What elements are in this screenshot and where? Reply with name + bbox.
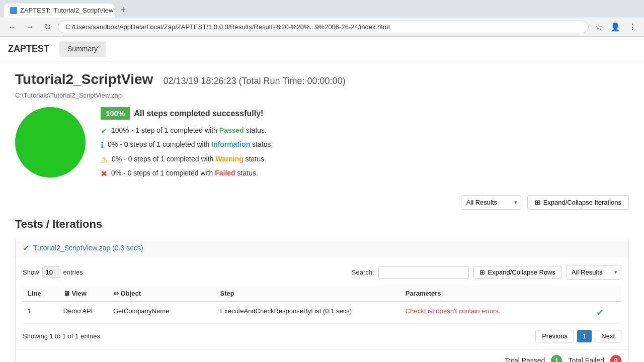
view-header-icon: 🖥 xyxy=(63,290,70,297)
warning-text: 0% - 0 steps of 1 completed with Warning… xyxy=(112,154,266,164)
main-content: Tutorial2_ScriptView 02/13/19 18:26:23 (… xyxy=(0,61,644,362)
tab-title: ZAPTEST: 'Tutorial2_ScriptView' xyxy=(20,7,115,14)
table-wrapper: Show 10 25 50 100 entries Search: xyxy=(16,258,628,349)
total-passed-badge: 1 xyxy=(551,355,562,362)
expand-rows-label: Expand/Collapse Rows xyxy=(488,268,555,276)
expand-collapse-rows-button[interactable]: ⊞ Expand/Collapse Rows xyxy=(473,266,562,279)
total-failed-label: Total Failed xyxy=(568,356,604,362)
completion-message: All steps completed successfully! xyxy=(134,109,263,118)
cell-object: GetCompanyName xyxy=(108,302,215,324)
show-label: Show xyxy=(23,268,39,276)
next-button[interactable]: Next xyxy=(595,330,621,342)
col-header-step: Step xyxy=(215,286,400,302)
cell-step: ExecuteAndCheckResponseByList (0.1 secs) xyxy=(215,302,400,324)
col-header-parameters: Parameters xyxy=(400,286,579,302)
status-list: ✔ 100% - 1 step of 1 completed with Pass… xyxy=(101,126,629,180)
tab-bar: ZAPTEST: 'Tutorial2_ScriptView' ✕ + xyxy=(0,0,644,18)
completion-text: 100% All steps completed successfully! xyxy=(101,107,629,120)
browser-chrome: ZAPTEST: 'Tutorial2_ScriptView' ✕ + ← → … xyxy=(0,0,644,37)
table-controls: Show 10 25 50 100 entries Search: xyxy=(23,265,621,280)
address-bar: ← → ↻ ☆ 👤 ⋮ xyxy=(0,18,644,36)
total-failed-badge: 0 xyxy=(610,355,621,362)
entries-select[interactable]: 10 25 50 100 xyxy=(42,266,60,278)
entries-label: entries xyxy=(63,268,83,276)
new-tab-button[interactable]: + xyxy=(117,3,130,18)
failed-label: Failed xyxy=(215,169,235,177)
percent-badge: 100% xyxy=(101,107,130,120)
failed-text: 0% - 0 steps of 1 completed with Failed … xyxy=(111,168,258,178)
summary-details: 100% All steps completed successfully! ✔… xyxy=(101,107,629,183)
showing-text: Showing 1 to 1 of 1 entries xyxy=(23,332,100,340)
results-table: Line 🖥 View ⇔ Object Step Parameters xyxy=(23,286,621,324)
search-input[interactable] xyxy=(378,266,469,279)
iteration-link[interactable]: Tutorial2_ScriptView.zap (0.3 secs) xyxy=(33,244,143,252)
account-icon[interactable]: 👤 xyxy=(608,21,623,33)
warning-label: Warning xyxy=(215,155,243,163)
pie-chart xyxy=(15,107,86,177)
totals-row: Total Passed 1 Total Failed 0 xyxy=(16,349,628,362)
iteration-header[interactable]: ✔ Tutorial2_ScriptView.zap (0.3 secs) xyxy=(16,238,628,258)
col-header-view: 🖥 View xyxy=(58,286,108,302)
search-label: Search: xyxy=(352,268,374,276)
menu-icon[interactable]: ⋮ xyxy=(626,21,639,33)
app: ZAPTEST Summary Tutorial2_ScriptView 02/… xyxy=(0,37,644,362)
test-datetime: 02/13/19 18:26:23 (Total Run Time: 00:00… xyxy=(163,76,345,86)
cell-view: Demo API xyxy=(58,302,108,324)
back-button[interactable]: ← xyxy=(5,22,19,33)
status-failed-row: ✖ 0% - 0 steps of 1 completed with Faile… xyxy=(101,168,629,179)
address-input[interactable] xyxy=(58,21,589,33)
show-entries: Show 10 25 50 100 entries xyxy=(23,266,83,278)
top-nav: ZAPTEST Summary xyxy=(0,37,644,61)
reload-button[interactable]: ↻ xyxy=(41,21,54,33)
current-page[interactable]: 1 xyxy=(577,330,592,342)
passed-label: Passed xyxy=(219,126,244,134)
col-header-line: Line xyxy=(23,286,58,302)
bookmark-icon[interactable]: ☆ xyxy=(593,21,605,33)
col-header-result xyxy=(579,286,621,302)
section-title: Tests / Iterations xyxy=(15,218,629,231)
col-header-object: ⇔ Object xyxy=(108,286,215,302)
warning-icon: ⚠ xyxy=(101,154,108,165)
status-info-row: ℹ 0% - 0 steps of 1 completed with Infor… xyxy=(101,140,629,151)
cell-line: 1 xyxy=(23,302,58,324)
table-filter-select[interactable]: All Results Passed Information Warning F… xyxy=(566,265,621,280)
expand-collapse-label: Expand/Collapse Iterations xyxy=(543,199,621,206)
cell-parameters: CheckList doesn't contain errors. xyxy=(400,302,579,324)
active-tab[interactable]: ZAPTEST: 'Tutorial2_ScriptView' ✕ xyxy=(4,4,115,18)
previous-button[interactable]: Previous xyxy=(535,330,574,342)
expand-icon: ⊞ xyxy=(535,199,540,206)
toolbar-icons: ☆ 👤 ⋮ xyxy=(593,21,639,33)
tab-favicon xyxy=(10,7,17,14)
filter-select[interactable]: All Results Passed Information Warning F… xyxy=(461,195,521,210)
iteration-check-icon: ✔ xyxy=(23,243,29,253)
table-row: 1 Demo API GetCompanyName ExecuteAndChec… xyxy=(23,302,621,324)
result-check-icon: ✔ xyxy=(596,308,604,318)
pie-chart-container xyxy=(15,107,86,177)
object-header-icon: ⇔ xyxy=(113,290,119,297)
forward-button[interactable]: → xyxy=(23,22,37,33)
nav-tab-summary[interactable]: Summary xyxy=(59,41,106,57)
controls-row: All Results Passed Information Warning F… xyxy=(15,195,629,210)
cell-result: ✔ xyxy=(579,302,621,324)
iteration-item: ✔ Tutorial2_ScriptView.zap (0.3 secs) Sh… xyxy=(15,238,629,362)
table-filter-wrapper: All Results Passed Information Warning F… xyxy=(566,265,621,280)
expand-collapse-iterations-button[interactable]: ⊞ Expand/Collapse Iterations xyxy=(527,195,629,210)
info-icon: ℹ xyxy=(101,140,104,151)
total-passed-label: Total Passed xyxy=(505,356,545,362)
param-error-text: CheckList doesn't contain errors. xyxy=(406,307,501,315)
filter-select-wrapper: All Results Passed Information Warning F… xyxy=(461,195,521,210)
check-icon: ✔ xyxy=(101,126,107,137)
summary-section: 100% All steps completed successfully! ✔… xyxy=(15,107,629,183)
info-text: 0% - 0 steps of 1 completed with Informa… xyxy=(108,140,273,150)
info-label: Information xyxy=(211,140,250,148)
status-passed-row: ✔ 100% - 1 step of 1 completed with Pass… xyxy=(101,126,629,137)
table-footer: Showing 1 to 1 of 1 entries Previous 1 N… xyxy=(23,330,621,342)
search-row: Search: ⊞ Expand/Collapse Rows All Resul… xyxy=(352,265,621,280)
pagination: Previous 1 Next xyxy=(535,330,621,342)
test-path: C:\Tutorials\Tutorial2_ScriptView.zap xyxy=(15,92,629,99)
error-icon: ✖ xyxy=(101,168,107,179)
expand-rows-icon: ⊞ xyxy=(479,268,485,276)
status-warning-row: ⚠ 0% - 0 steps of 1 completed with Warni… xyxy=(101,154,629,165)
test-title: Tutorial2_ScriptView xyxy=(15,71,153,87)
passed-text: 100% - 1 step of 1 completed with Passed… xyxy=(111,126,267,136)
